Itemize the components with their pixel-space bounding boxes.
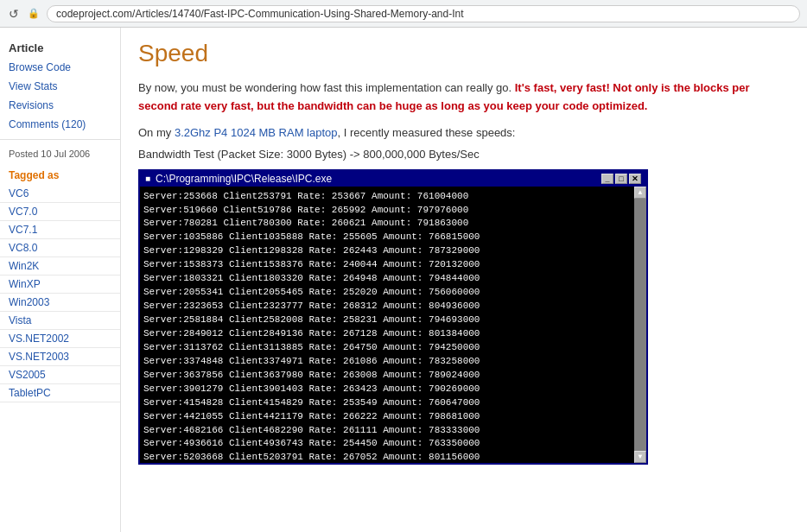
main-content: Speed By now, you must be wondering how … (121, 28, 807, 532)
console-line: Server:1035886 Client1035888 Rate: 25560… (143, 231, 629, 244)
console-scrollbar[interactable]: ▲ ▼ (634, 187, 646, 463)
sidebar-article-title: Article (0, 36, 120, 58)
sidebar-tag-vista[interactable]: Vista (0, 312, 120, 330)
refresh-icon[interactable]: ↺ (7, 7, 21, 21)
console-maximize-button[interactable]: □ (615, 174, 627, 184)
sidebar-tag-win2003[interactable]: Win2003 (0, 294, 120, 312)
console-line: Server:2323653 Client2323777 Rate: 26831… (143, 300, 629, 314)
console-line: Server:519660 Client519786 Rate: 265992 … (143, 204, 629, 218)
sidebar-tag-vc6[interactable]: VC6 (0, 185, 120, 203)
page-layout: Article Browse Code View Stats Revisions… (0, 28, 807, 532)
console-line: Server:780281 Client780300 Rate: 260621 … (143, 217, 629, 231)
console-line: Server:2581884 Client2582008 Rate: 25823… (143, 314, 629, 327)
bandwidth-label: Bandwidth Test (Packet Size: 3000 Bytes)… (138, 148, 790, 161)
console-line: Server:3637856 Client3637980 Rate: 26300… (143, 369, 629, 383)
console-line: Server:4154828 Client4154829 Rate: 25354… (143, 396, 629, 410)
console-scroll-track (634, 199, 646, 451)
speed-note-link[interactable]: 3.2Ghz P4 1024 MB RAM laptop (175, 126, 338, 139)
console-title: C:\Programming\IPC\Release\IPC.exe (156, 173, 332, 185)
sidebar-tag-tabletpc[interactable]: TabletPC (0, 384, 120, 402)
sidebar-tag-vc70[interactable]: VC7.0 (0, 203, 120, 221)
console-body: Server:253668 Client253791 Rate: 253667 … (140, 187, 646, 463)
console-line: Server:4936616 Client4936743 Rate: 25445… (143, 437, 629, 451)
sidebar-tagged-label: Tagged as (0, 162, 120, 185)
console-line: Server:2055341 Client2055465 Rate: 25202… (143, 286, 629, 300)
intro-text-part1: By now, you must be wondering how fast t… (138, 81, 515, 94)
console-scroll-up[interactable]: ▲ (634, 187, 646, 199)
console-line: Server:1298329 Client1298328 Rate: 26244… (143, 244, 629, 258)
console-line: Server:1803321 Client1803320 Rate: 26494… (143, 272, 629, 286)
sidebar-posted: Posted 10 Jul 2006 (0, 145, 120, 162)
console-line: Server:4682166 Client4682290 Rate: 26111… (143, 424, 629, 438)
console-titlebar-left: ■ C:\Programming\IPC\Release\IPC.exe (145, 173, 332, 185)
sidebar-tag-vs2005[interactable]: VS2005 (0, 366, 120, 384)
console-line: Server:5203668 Client5203791 Rate: 26705… (143, 451, 629, 462)
speed-note: On my 3.2Ghz P4 1024 MB RAM laptop, I re… (138, 126, 790, 139)
address-bar[interactable]: codeproject.com/Articles/14740/Fast-IPC-… (47, 5, 800, 22)
console-line: Server:1538373 Client1538376 Rate: 24004… (143, 258, 629, 272)
console-close-button[interactable]: ✕ (629, 174, 641, 184)
browser-bar: ↺ 🔒 codeproject.com/Articles/14740/Fast-… (0, 0, 807, 28)
sidebar-tag-winxp[interactable]: WinXP (0, 276, 120, 294)
sidebar-item-revisions[interactable]: Revisions (0, 96, 120, 115)
console-line: Server:3901279 Client3901403 Rate: 26342… (143, 383, 629, 396)
console-line: Server:4421055 Client4421179 Rate: 26622… (143, 410, 629, 424)
console-line: Server:3113762 Client3113885 Rate: 26475… (143, 341, 629, 355)
sidebar-item-view-stats[interactable]: View Stats (0, 77, 120, 96)
console-window: ■ C:\Programming\IPC\Release\IPC.exe _ □… (138, 169, 648, 465)
console-text: Server:253668 Client253791 Rate: 253667 … (143, 190, 643, 463)
console-app-icon: ■ (145, 174, 150, 183)
sidebar-tag-vsnet2002[interactable]: VS.NET2002 (0, 330, 120, 348)
console-titlebar-buttons: _ □ ✕ (601, 174, 641, 184)
sidebar: Article Browse Code View Stats Revisions… (0, 28, 121, 532)
console-line: Server:2849012 Client2849136 Rate: 26712… (143, 327, 629, 341)
lock-icon: 🔒 (28, 8, 40, 19)
console-minimize-button[interactable]: _ (601, 174, 613, 184)
speed-note-suffix: , I recently measured these speeds: (338, 126, 516, 139)
speed-note-text: On my (138, 126, 175, 139)
intro-text: By now, you must be wondering how fast t… (138, 79, 790, 116)
sidebar-tag-win2k[interactable]: Win2K (0, 257, 120, 276)
sidebar-item-comments[interactable]: Comments (120) (0, 115, 120, 134)
console-titlebar: ■ C:\Programming\IPC\Release\IPC.exe _ □… (140, 171, 646, 187)
sidebar-tag-vc71[interactable]: VC7.1 (0, 221, 120, 239)
sidebar-item-browse-code[interactable]: Browse Code (0, 58, 120, 77)
console-line: Server:253668 Client253791 Rate: 253667 … (143, 190, 629, 204)
sidebar-tag-vc80[interactable]: VC8.0 (0, 239, 120, 257)
sidebar-divider (0, 139, 120, 140)
console-line: Server:3374848 Client3374971 Rate: 26108… (143, 355, 629, 369)
sidebar-tag-vsnet2003[interactable]: VS.NET2003 (0, 348, 120, 366)
section-title: Speed (138, 40, 790, 67)
console-scroll-down[interactable]: ▼ (634, 451, 646, 463)
